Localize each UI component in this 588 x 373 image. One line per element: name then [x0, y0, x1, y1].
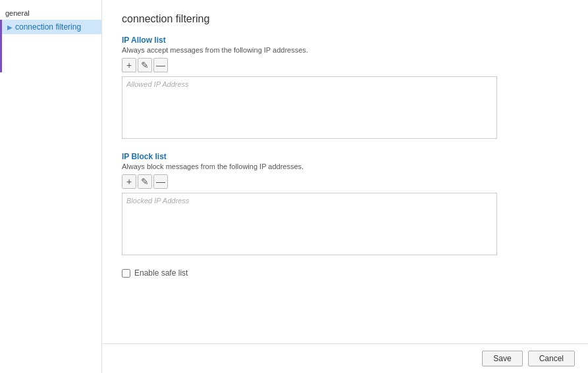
allow-list-remove-button[interactable]: —	[153, 58, 168, 72]
block-list-toolbar: + ✎ —	[122, 174, 568, 189]
arrow-icon: ▶	[7, 24, 13, 31]
block-list-title: IP Block list	[122, 152, 568, 161]
block-list-box: Blocked IP Address	[122, 193, 497, 255]
safe-list-checkbox[interactable]	[122, 269, 130, 278]
sidebar: general ▶ connection filtering	[0, 0, 102, 373]
main-container: general ▶ connection filtering connectio…	[0, 0, 588, 373]
allow-list-box: Allowed IP Address	[122, 76, 497, 139]
block-list-remove-button[interactable]: —	[153, 174, 168, 189]
allow-list-desc: Always accept messages from the followin…	[122, 46, 568, 54]
allow-list-section: IP Allow list Always accept messages fro…	[122, 36, 568, 139]
sidebar-item-label: connection filtering	[15, 22, 81, 32]
sidebar-group-label: general	[0, 7, 101, 20]
safe-list-row: Enable safe list	[122, 268, 568, 278]
cancel-button[interactable]: Cancel	[528, 351, 575, 366]
page-title: connection filtering	[122, 13, 568, 25]
safe-list-label[interactable]: Enable safe list	[134, 268, 188, 278]
block-list-desc: Always block messages from the following…	[122, 162, 568, 170]
block-list-add-button[interactable]: +	[122, 174, 136, 189]
allow-list-placeholder: Allowed IP Address	[126, 80, 189, 88]
block-list-section: IP Block list Always block messages from…	[122, 152, 568, 255]
block-list-edit-button[interactable]: ✎	[138, 174, 152, 189]
block-list-placeholder: Blocked IP Address	[126, 197, 189, 205]
allow-list-add-button[interactable]: +	[122, 58, 136, 72]
sidebar-item-connection-filtering[interactable]: ▶ connection filtering	[0, 20, 101, 34]
allow-list-toolbar: + ✎ —	[122, 58, 568, 72]
save-button[interactable]: Save	[482, 351, 522, 366]
footer: Save Cancel	[102, 343, 588, 373]
allow-list-title: IP Allow list	[122, 36, 568, 45]
content-area: connection filtering IP Allow list Alway…	[102, 0, 588, 373]
left-accent	[0, 20, 2, 72]
allow-list-edit-button[interactable]: ✎	[138, 58, 152, 72]
